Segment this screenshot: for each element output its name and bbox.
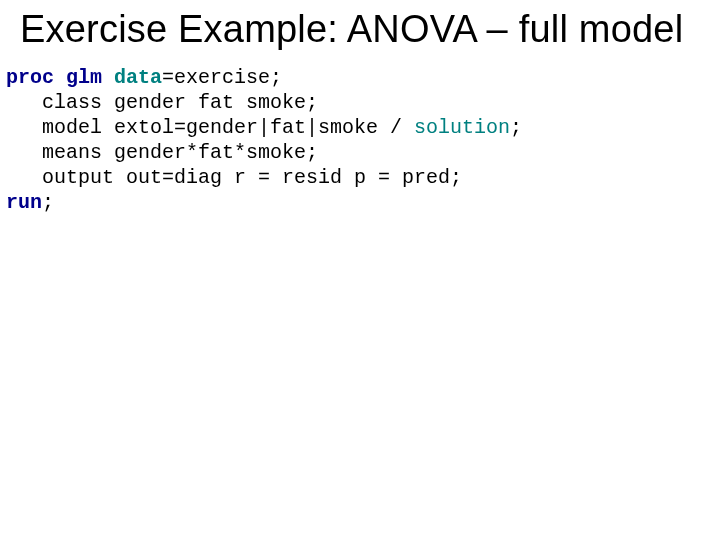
- code-line: means gender*fat*smoke;: [6, 141, 318, 164]
- code-text: model extol=gender|fat|smoke /: [6, 116, 414, 139]
- kw-run: run: [6, 191, 42, 214]
- kw-data: data: [114, 66, 162, 89]
- code-text: =exercise;: [162, 66, 282, 89]
- kw-proc: proc: [6, 66, 54, 89]
- code-text: ;: [510, 116, 522, 139]
- kw-solution: solution: [414, 116, 510, 139]
- code-text: ;: [42, 191, 54, 214]
- kw-glm: glm: [66, 66, 102, 89]
- slide: Exercise Example: ANOVA – full model pro…: [0, 0, 720, 540]
- slide-title: Exercise Example: ANOVA – full model: [20, 8, 720, 51]
- code-line: output out=diag r = resid p = pred;: [6, 166, 462, 189]
- code-line: class gender fat smoke;: [6, 91, 318, 114]
- sas-code-block: proc glm data=exercise; class gender fat…: [6, 65, 720, 215]
